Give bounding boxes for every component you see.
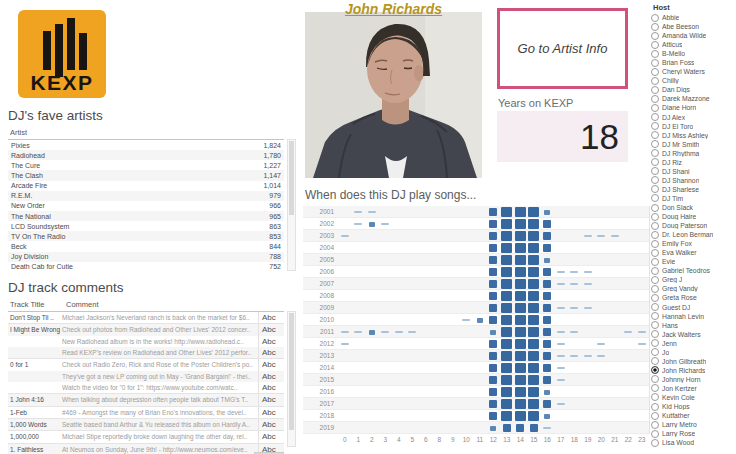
artist-table-row[interactable]: Arcade Fire1,014 [8, 181, 284, 191]
heatmap-mark[interactable] [528, 315, 539, 325]
comment-table-row[interactable]: 1,000 WordsSeattle based band Arthur & Y… [8, 418, 284, 430]
artist-table-row[interactable]: R.E.M.979 [8, 191, 284, 201]
radio-button-icon[interactable] [651, 122, 659, 130]
comment-table-row[interactable]: 1. FaithlessAt Neumos on Sunday, June 9t… [8, 443, 284, 454]
heatmap-mark[interactable] [354, 223, 362, 226]
host-radio-item[interactable]: DJ Riz [651, 158, 735, 167]
radio-button-icon[interactable] [651, 348, 659, 356]
host-radio-item[interactable]: Larry Rose [651, 429, 735, 438]
radio-button-icon[interactable] [651, 249, 659, 257]
heatmap-mark[interactable] [515, 315, 526, 325]
heatmap-mark[interactable] [528, 339, 539, 349]
heatmap-mark[interactable] [543, 352, 551, 360]
radio-button-icon[interactable] [651, 403, 659, 411]
heatmap-mark[interactable] [544, 210, 550, 215]
heatmap-mark[interactable] [501, 375, 512, 385]
heatmap-mark[interactable] [515, 351, 526, 361]
heatmap-mark[interactable] [557, 367, 565, 370]
heatmap-mark[interactable] [501, 231, 512, 241]
heatmap-mark[interactable] [543, 292, 551, 300]
host-radio-item[interactable]: Hans [651, 321, 735, 330]
heatmap-mark[interactable] [515, 231, 526, 241]
host-radio-item[interactable]: Kutfather [651, 411, 735, 420]
radio-button-icon[interactable] [651, 276, 659, 284]
heatmap-mark[interactable] [368, 211, 376, 214]
radio-button-icon[interactable] [651, 194, 659, 202]
heatmap-mark[interactable] [543, 364, 551, 372]
heatmap-mark[interactable] [543, 328, 551, 336]
comment-table-row[interactable]: Read KEXP's review on Radiohead and Othe… [8, 347, 284, 358]
heatmap-mark[interactable] [584, 271, 592, 274]
heatmap-mark[interactable] [528, 243, 539, 253]
heatmap-mark[interactable] [501, 387, 512, 397]
go-to-artist-info-button[interactable]: Go to Artist Info [497, 8, 628, 89]
radio-button-icon[interactable] [651, 185, 659, 193]
heatmap-mark[interactable] [515, 303, 526, 313]
heatmap-mark[interactable] [528, 351, 539, 361]
radio-button-icon[interactable] [651, 113, 659, 121]
radio-button-icon[interactable] [651, 68, 659, 76]
heatmap-mark[interactable] [489, 352, 497, 360]
host-radio-item[interactable]: DJ El Toro [651, 122, 735, 131]
host-radio-item[interactable]: DJ Shani [651, 167, 735, 176]
radio-button-icon[interactable] [651, 321, 659, 329]
host-radio-item[interactable]: DJ Shannon [651, 176, 735, 185]
host-radio-item[interactable]: Dan Digs [651, 85, 735, 94]
heatmap-mark[interactable] [501, 291, 512, 301]
heatmap-mark[interactable] [528, 207, 539, 217]
host-radio-item[interactable]: B-Mello [651, 49, 735, 58]
heatmap-mark[interactable] [501, 327, 512, 337]
heatmap-mark[interactable] [528, 279, 539, 289]
host-radio-item[interactable]: Diane Horn [651, 103, 735, 112]
comments-table-scrollbar[interactable] [287, 311, 296, 447]
heatmap-mark[interactable] [408, 331, 416, 334]
heatmap-mark[interactable] [515, 243, 526, 253]
radio-button-icon[interactable] [651, 204, 659, 212]
radio-button-icon[interactable] [651, 375, 659, 383]
radio-button-icon[interactable] [651, 41, 659, 49]
heatmap-mark[interactable] [515, 327, 526, 337]
artist-table-row[interactable]: Pixies1,824 [8, 140, 284, 150]
heatmap-mark[interactable] [501, 243, 512, 253]
heatmap-mark[interactable] [516, 424, 524, 432]
heatmap-mark[interactable] [638, 331, 646, 334]
heatmap-mark[interactable] [489, 340, 497, 348]
radio-button-icon[interactable] [651, 104, 659, 112]
heatmap-mark[interactable] [557, 379, 565, 382]
heatmap-mark[interactable] [501, 411, 512, 421]
heatmap-mark[interactable] [515, 363, 526, 373]
radio-button-icon[interactable] [651, 95, 659, 103]
host-radio-item[interactable]: Jack Walters [651, 330, 735, 339]
radio-button-icon[interactable] [651, 59, 659, 67]
heatmap-mark[interactable] [515, 255, 526, 265]
radio-button-icon[interactable] [651, 213, 659, 221]
artist-table-row[interactable]: Death Cab for Cutie752 [8, 262, 284, 272]
heatmap-mark[interactable] [597, 235, 605, 238]
radio-button-icon[interactable] [651, 14, 659, 22]
heatmap-mark[interactable] [515, 339, 526, 349]
comment-table-row[interactable]: They've got a new LP coming out in May -… [8, 371, 284, 382]
heatmap-mark[interactable] [528, 255, 539, 265]
comment-table-row[interactable]: I Might Be WrongCheck out photos from Ra… [8, 323, 284, 335]
heatmap-mark[interactable] [369, 330, 375, 335]
host-radio-item[interactable]: Darek Mazzone [651, 94, 735, 103]
radio-button-icon[interactable] [651, 339, 659, 347]
radio-button-icon[interactable] [651, 412, 659, 420]
artist-table-row[interactable]: New Order966 [8, 201, 284, 211]
heatmap-mark[interactable] [501, 351, 512, 361]
host-radio-item[interactable]: Greg Vandy [651, 284, 735, 293]
host-radio-item[interactable]: Jenn [651, 339, 735, 348]
scrollbar-thumb[interactable] [289, 313, 294, 430]
comment-table-row[interactable]: 0 for 1Check out Radio Zero, Rick and Ro… [8, 358, 284, 370]
heatmap-mark[interactable] [489, 244, 497, 252]
heatmap-mark[interactable] [543, 316, 551, 324]
heatmap-mark[interactable] [515, 387, 526, 397]
artist-table-row[interactable]: The Cure1,227 [8, 160, 284, 170]
heatmap-mark[interactable] [462, 319, 470, 322]
heatmap-mark[interactable] [515, 399, 526, 409]
heatmap-mark[interactable] [503, 424, 511, 432]
artist-table-row[interactable]: The Clash1,147 [8, 170, 284, 180]
heatmap-mark[interactable] [528, 291, 539, 301]
host-radio-item[interactable]: Eva Walker [651, 248, 735, 257]
host-radio-item[interactable]: DJ Miss Ashley [651, 131, 735, 140]
